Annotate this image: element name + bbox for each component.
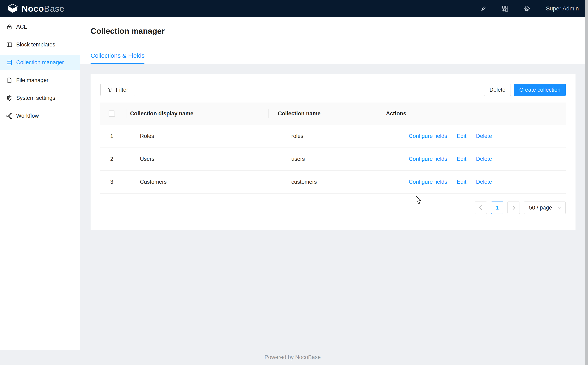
prev-page-button[interactable] [475,202,487,214]
action-divider [471,156,471,162]
sidebar-item-label: Block templates [16,42,55,48]
sidebar: ACL Block templates [0,17,80,350]
configure-fields-link[interactable]: Configure fields [409,156,447,162]
delete-link[interactable]: Delete [476,133,492,139]
tab-bar: Collections & Fields [91,52,575,64]
sidebar-item-label: ACL [16,24,27,30]
row-actions: Configure fields Edit Delete [401,156,566,162]
column-header-display-name: Collection display name [126,111,269,117]
layout-icon [6,42,13,48]
row-actions: Configure fields Edit Delete [401,133,566,139]
action-divider [452,179,452,185]
appstore-add-icon[interactable] [502,5,508,12]
row-index: 3 [100,179,136,185]
vertical-scrollbar[interactable] [585,0,588,365]
topbar-actions: Super Admin [480,5,579,12]
table-row: 3 Customers customers Configure fields E… [100,171,566,194]
edit-link[interactable]: Edit [457,179,466,185]
collection-display-name: Customers [136,179,282,185]
settings-icon[interactable] [524,5,530,12]
edit-link[interactable]: Edit [457,133,466,139]
page-header: Collection manager Collections & Fields [80,17,585,64]
collection-name: roles [282,133,401,139]
chevron-right-icon [511,205,515,210]
file-icon [6,77,13,84]
user-menu[interactable]: Super Admin [546,5,579,12]
sidebar-item-block-templates[interactable]: Block templates [0,37,80,52]
page-title: Collection manager [91,25,575,37]
chevron-left-icon [479,205,484,210]
table-header: Collection display name Collection name … [100,103,566,125]
action-divider [452,156,452,162]
toolbar: Filter Delete Create collection [100,84,566,96]
table-row: 1 Roles roles Configure fields Edit Dele… [100,125,566,148]
filter-button[interactable]: Filter [100,84,135,96]
collection-name: users [282,156,401,162]
page-size-value: 50 / page [529,205,552,211]
nocobase-logo[interactable]: NocoBase [7,3,65,14]
action-divider [471,133,471,139]
lock-icon [6,24,13,30]
collection-display-name: Users [136,156,282,162]
page-size-select[interactable]: 50 / page [524,202,566,214]
app: NocoBase [0,0,585,365]
sidebar-item-label: Workflow [16,113,39,119]
action-divider [471,179,471,185]
gear-icon [6,95,13,101]
select-all-checkbox[interactable] [109,111,115,117]
sidebar-item-workflow[interactable]: Workflow [0,108,80,123]
configure-fields-link[interactable]: Configure fields [409,133,447,139]
sidebar-item-label: System settings [16,95,55,101]
next-page-button[interactable] [508,202,520,214]
action-divider [452,133,452,139]
collection-display-name: Roles [136,133,282,139]
highlight-icon[interactable] [480,5,486,12]
collection-name: customers [282,179,401,185]
delete-link[interactable]: Delete [476,156,492,162]
toolbar-right: Delete Create collection [484,84,566,96]
configure-fields-link[interactable]: Configure fields [409,179,447,185]
sidebar-item-system-settings[interactable]: System settings [0,91,80,105]
collections-table: Collection display name Collection name … [100,103,566,194]
powered-by-text: Powered by NocoBase [264,354,321,360]
table-row: 2 Users users Configure fields Edit Dele… [100,148,566,171]
partition-icon [6,113,13,119]
chevron-down-icon [558,205,562,209]
top-bar: NocoBase [0,0,585,17]
sidebar-item-file-manager[interactable]: File manager [0,73,80,88]
pagination: 1 50 / page [100,202,566,214]
create-collection-button[interactable]: Create collection [514,84,566,96]
column-header-name: Collection name [269,111,378,117]
row-index: 1 [100,133,136,139]
sidebar-item-acl[interactable]: ACL [0,19,80,34]
database-icon [6,59,13,66]
nocobase-logo-icon [7,3,18,14]
page-body: Filter Delete Create collection Collecti… [80,64,585,350]
column-header-actions: Actions [378,111,566,117]
content: Collection manager Collections & Fields … [80,17,585,350]
main-area: ACL Block templates [0,17,585,350]
sidebar-item-label: File manager [16,77,49,84]
sidebar-item-collection-manager[interactable]: Collection manager [0,55,80,70]
row-index: 2 [100,156,136,162]
delete-button[interactable]: Delete [484,84,511,96]
delete-link[interactable]: Delete [476,179,492,185]
tab-collections-and-fields[interactable]: Collections & Fields [91,52,145,64]
logo-text: NocoBase [22,4,65,14]
edit-link[interactable]: Edit [457,156,466,162]
collections-card: Filter Delete Create collection Collecti… [91,74,575,230]
sidebar-item-label: Collection manager [16,59,64,66]
filter-icon [108,87,113,92]
row-actions: Configure fields Edit Delete [401,179,566,185]
page-footer: Powered by NocoBase [0,350,585,365]
page-1-button[interactable]: 1 [491,202,503,214]
